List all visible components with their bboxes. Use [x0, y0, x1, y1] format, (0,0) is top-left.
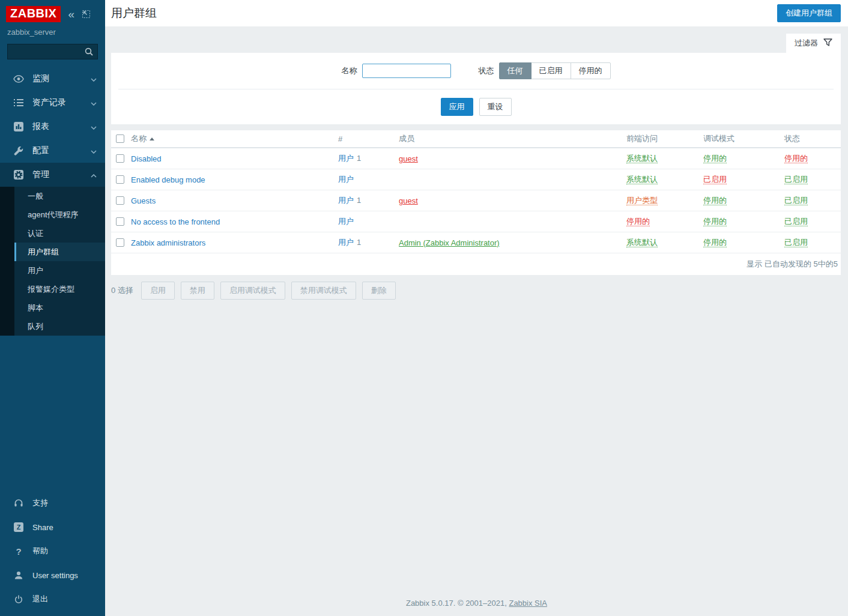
selection-count: 0 选择: [111, 285, 133, 296]
submenu-item-authentication[interactable]: 认证: [14, 224, 105, 243]
group-name-link[interactable]: Disabled: [131, 154, 162, 163]
gear-icon: [13, 170, 24, 180]
status-option-disabled[interactable]: 停用的: [571, 62, 611, 79]
column-header-label: 成员: [399, 134, 414, 143]
sidebar-item-help[interactable]: ? 帮助: [0, 539, 105, 563]
sort-asc-icon: [150, 137, 154, 140]
frontend-access-link[interactable]: 系统默认: [626, 154, 658, 163]
filter-buttons-row: 应用 重设: [117, 89, 835, 117]
row-checkbox[interactable]: [116, 217, 124, 226]
expand-sidebar-icon[interactable]: [82, 10, 91, 19]
frontend-access-link[interactable]: 用户类型: [626, 196, 658, 205]
sidebar-item-monitoring[interactable]: 监测: [0, 67, 105, 91]
page-header: 用户群组 创建用户群组: [105, 0, 848, 26]
sidebar-item-reports[interactable]: 报表: [0, 115, 105, 139]
reset-button[interactable]: 重设: [479, 98, 512, 116]
member-link[interactable]: guest: [399, 196, 418, 205]
debug-mode-link[interactable]: 停用的: [703, 196, 727, 205]
frontend-access-link[interactable]: 系统默认: [626, 238, 658, 247]
create-user-group-button[interactable]: 创建用户群组: [777, 4, 841, 22]
group-name-link[interactable]: No access to the frontend: [131, 217, 220, 226]
funnel-icon: [823, 38, 832, 49]
row-checkbox[interactable]: [116, 175, 124, 184]
users-link[interactable]: 用户: [338, 154, 354, 163]
content-spacer: [105, 306, 848, 593]
submenu-item-label: 队列: [28, 321, 43, 332]
status-option-any[interactable]: 任何: [499, 62, 532, 79]
row-checkbox[interactable]: [116, 238, 124, 247]
users-link[interactable]: 用户: [338, 238, 354, 247]
sidebar-item-configuration[interactable]: 配置: [0, 139, 105, 163]
member-link[interactable]: Admin (Zabbix Administrator): [399, 238, 500, 247]
group-name-link[interactable]: Guests: [131, 196, 156, 205]
status-link[interactable]: 已启用: [784, 217, 808, 226]
status-option-enabled[interactable]: 已启用: [531, 62, 571, 79]
sidebar-item-label: 帮助: [32, 546, 48, 557]
submenu-item-users[interactable]: 用户: [14, 261, 105, 280]
disable-button[interactable]: 禁用: [181, 282, 214, 300]
debug-mode-link[interactable]: 已启用: [703, 175, 727, 184]
list-icon: [13, 98, 24, 107]
users-link[interactable]: 用户: [338, 217, 354, 226]
frontend-access-link[interactable]: 系统默认: [626, 175, 658, 184]
administration-submenu: 一般 agent代理程序 认证 用户群组 用户 报警媒介类型 脚本 队列: [0, 187, 105, 336]
group-name-link[interactable]: Enabled debug mode: [131, 175, 205, 184]
users-link[interactable]: 用户: [338, 196, 354, 205]
sidebar-item-share[interactable]: Z Share: [0, 515, 105, 539]
table-header-row: 名称 # 成员 前端访问 调试模式 状态: [111, 130, 841, 148]
column-header-debug: 调试模式: [700, 130, 781, 148]
table-summary: 显示 已自动发现的 5中的5: [111, 253, 841, 273]
sidebar-item-signout[interactable]: 退出: [0, 587, 105, 611]
frontend-access-link[interactable]: 停用的: [626, 217, 650, 226]
page-footer: Zabbix 5.0.17. © 2001–2021, Zabbix SIA: [105, 593, 848, 616]
column-header-label: #: [338, 134, 342, 143]
debug-mode-link[interactable]: 停用的: [703, 154, 727, 163]
chart-icon: [13, 122, 24, 131]
sidebar-bottom-nav: 支持 Z Share ? 帮助 User settings 退出: [0, 491, 105, 611]
chevron-down-icon: [91, 146, 97, 156]
table-row: No access to the frontend 用户 停用的 停用的 已启用: [111, 211, 841, 232]
zabbix-logo[interactable]: ZABBIX: [6, 6, 61, 22]
column-header-label: 名称: [131, 134, 147, 143]
collapse-sidebar-icon[interactable]: «: [68, 8, 74, 20]
name-filter-input[interactable]: [362, 64, 451, 78]
wrench-icon: [13, 146, 24, 156]
sidebar-item-support[interactable]: 支持: [0, 491, 105, 515]
debug-mode-link[interactable]: 停用的: [703, 217, 727, 226]
sidebar-item-user-settings[interactable]: User settings: [0, 563, 105, 587]
submenu-item-scripts[interactable]: 脚本: [14, 298, 105, 317]
disable-debug-button[interactable]: 禁用调试模式: [291, 282, 356, 300]
main-nav: 监测 资产记录 报表 配置: [0, 67, 105, 336]
submenu-item-general[interactable]: 一般: [14, 187, 105, 205]
submenu-item-proxies[interactable]: agent代理程序: [14, 205, 105, 224]
sidebar-item-administration[interactable]: 管理: [0, 163, 105, 187]
eye-icon: [13, 75, 24, 83]
search-icon[interactable]: [84, 47, 94, 58]
footer-zabbix-sia-link[interactable]: Zabbix SIA: [509, 599, 547, 608]
apply-button[interactable]: 应用: [441, 98, 473, 116]
debug-mode-link[interactable]: 停用的: [703, 238, 727, 247]
server-name: zabbix_server: [0, 22, 105, 39]
filter-tab-strip: 过滤器: [105, 26, 848, 53]
status-link[interactable]: 已启用: [784, 175, 808, 184]
delete-button[interactable]: 删除: [362, 282, 396, 300]
status-link[interactable]: 已启用: [784, 196, 808, 205]
filter-tab[interactable]: 过滤器: [786, 34, 841, 53]
users-link[interactable]: 用户: [338, 175, 354, 184]
filter-tab-label: 过滤器: [795, 38, 818, 49]
submenu-item-media-types[interactable]: 报警媒介类型: [14, 280, 105, 298]
sidebar-item-inventory[interactable]: 资产记录: [0, 91, 105, 115]
select-all-checkbox[interactable]: [116, 134, 124, 143]
group-name-link[interactable]: Zabbix administrators: [131, 238, 205, 247]
row-checkbox[interactable]: [116, 154, 124, 163]
row-checkbox[interactable]: [116, 196, 124, 205]
enable-debug-button[interactable]: 启用调试模式: [220, 282, 285, 300]
column-header-name[interactable]: 名称: [128, 130, 335, 148]
submenu-item-user-groups[interactable]: 用户群组: [14, 243, 105, 261]
enable-button[interactable]: 启用: [141, 282, 175, 300]
submenu-item-queue[interactable]: 队列: [14, 317, 105, 336]
member-link[interactable]: guest: [399, 154, 418, 163]
status-link[interactable]: 停用的: [784, 154, 808, 163]
column-header-label: 前端访问: [626, 134, 658, 143]
status-link[interactable]: 已启用: [784, 238, 808, 247]
